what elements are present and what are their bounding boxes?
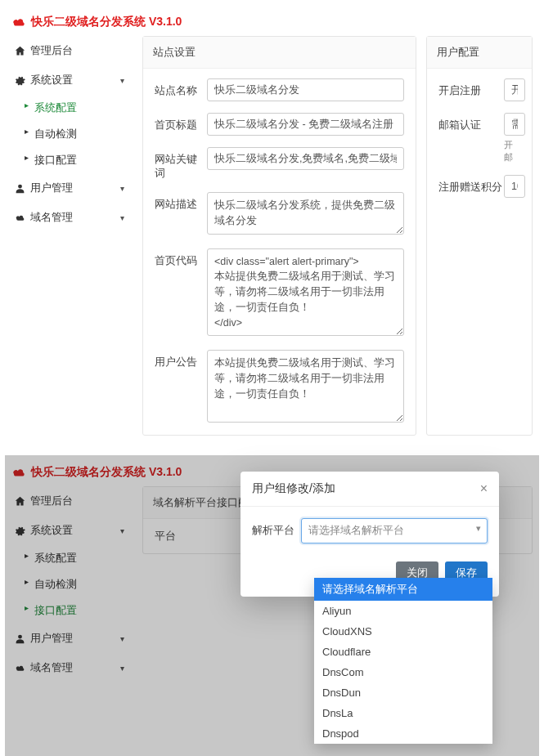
brand-title-2: 快乐二级域名分发系统 [31, 465, 146, 478]
home-icon [15, 46, 25, 56]
select-open-register[interactable] [504, 78, 525, 101]
label-open-register: 开启注册 [438, 78, 504, 98]
nav-domain-manage-2[interactable]: 域名管理 ▾ [11, 653, 133, 682]
dropdown-option[interactable]: Dnspod [314, 723, 492, 744]
modal-title: 用户组修改/添加 [252, 481, 335, 496]
cog-icon [15, 75, 25, 86]
user-icon [15, 183, 25, 194]
input-register-bonus[interactable] [504, 175, 525, 198]
chevron-down-icon: ▾ [120, 664, 124, 673]
nav-label-user-2: 用户管理 [30, 631, 73, 646]
dropdown-option[interactable]: DnsLa [314, 703, 492, 723]
brand-title: 快乐二级域名分发系统 [31, 15, 146, 28]
label-description: 网站描述 [155, 192, 207, 212]
panel-bottom-wrap: 快乐二级域名分发系统 V3.1.0 管理后台 系统设置 ▾ 系统配置 自动检测 … [5, 455, 539, 756]
nav-user-manage-2[interactable]: 用户管理 ▾ [11, 624, 133, 653]
dropdown-option[interactable]: CloudXNS [314, 621, 492, 642]
chevron-down-icon: ▾ [120, 184, 124, 193]
nav-user-manage[interactable]: 用户管理 ▾ [11, 173, 133, 203]
dropdown-option[interactable]: Cloudflare [314, 642, 492, 662]
select-resolver-platform[interactable]: 请选择域名解析平台 [301, 518, 488, 544]
sub-auto-detect[interactable]: 自动检测 [23, 121, 133, 147]
site-card-title: 站点设置 [143, 37, 416, 69]
nav-label-home: 管理后台 [30, 43, 73, 58]
sub-interface-config[interactable]: 接口配置 [23, 147, 133, 173]
input-home-title[interactable] [207, 113, 404, 136]
nav-system-sub: 系统配置 自动检测 接口配置 [11, 95, 133, 173]
content-area: 站点设置 站点名称 首页标题 网站关键词 [142, 36, 533, 436]
select-email-verify[interactable] [504, 113, 525, 136]
input-keywords[interactable] [207, 147, 404, 170]
input-site-name[interactable] [207, 78, 404, 101]
dropdown-option[interactable]: 请选择域名解析平台 [314, 578, 492, 601]
home-icon [15, 496, 25, 507]
close-icon[interactable]: × [480, 482, 488, 495]
sub-system-config-2[interactable]: 系统配置 [23, 545, 133, 571]
label-keywords: 网站关键词 [155, 147, 207, 181]
chevron-down-icon: ▾ [120, 634, 124, 643]
label-site-name: 站点名称 [155, 78, 207, 98]
cloud-icon [11, 467, 26, 477]
nav-label-system-2: 系统设置 [30, 523, 73, 538]
nav-system-settings[interactable]: 系统设置 ▾ [11, 65, 133, 95]
nav-admin-home-2[interactable]: 管理后台 [11, 486, 133, 516]
textarea-home-code[interactable]: <div class="alert alert-primary"> 本站提供免费… [207, 248, 404, 337]
sidebar-2: 管理后台 系统设置 ▾ 系统配置 自动检测 接口配置 用户管理 ▾ [11, 486, 133, 682]
sub-auto-detect-2[interactable]: 自动检测 [23, 571, 133, 597]
label-register-bonus: 注册赠送积分 [438, 175, 504, 195]
nav-admin-home[interactable]: 管理后台 [11, 36, 133, 65]
label-email-verify: 邮箱认证 [438, 113, 504, 132]
chevron-down-icon: ▾ [120, 76, 124, 85]
brand-version: V3.1.0 [149, 15, 182, 28]
dropdown-option[interactable]: Aliyun [314, 601, 492, 621]
chevron-down-icon: ▾ [120, 213, 124, 222]
resolver-dropdown[interactable]: 请选择域名解析平台 Aliyun CloudXNS Cloudflare Dns… [314, 578, 492, 744]
sub-interface-config-2[interactable]: 接口配置 [23, 597, 133, 624]
label-home-code: 首页代码 [155, 248, 207, 268]
nav-label-domain: 域名管理 [30, 210, 73, 225]
label-user-notice: 用户公告 [155, 350, 207, 369]
modal-field-label: 解析平台 [252, 518, 301, 538]
header: 快乐二级域名分发系统 V3.1.0 [5, 5, 539, 36]
nav-label-user: 用户管理 [30, 181, 73, 195]
user-config-card: 用户配置 开启注册 邮箱认证 开 邮 [426, 36, 533, 436]
nav-label-system: 系统设置 [30, 73, 73, 87]
textarea-user-notice[interactable]: 本站提供免费二级域名用于测试、学习等，请勿将二级域名用于一切非法用途，一切责任自… [207, 350, 404, 423]
user-card-title: 用户配置 [427, 37, 532, 69]
cloud-icon [11, 17, 26, 27]
sidebar: 管理后台 系统设置 ▾ 系统配置 自动检测 接口配置 用户管理 ▾ 域名管理 [11, 36, 133, 232]
panel-top: 快乐二级域名分发系统 V3.1.0 管理后台 系统设置 ▾ 系统配置 自动检测 … [5, 5, 539, 442]
dropdown-option[interactable]: DnsCom [314, 662, 492, 682]
brand: 快乐二级域名分发系统 V3.1.0 [11, 15, 533, 29]
cloud-icon [15, 663, 25, 673]
site-settings-card: 站点设置 站点名称 首页标题 网站关键词 [142, 36, 416, 436]
chevron-down-icon: ▾ [120, 526, 124, 535]
cog-icon [15, 526, 25, 536]
textarea-description[interactable]: 快乐二级域名分发系统，提供免费二级域名分发 [207, 192, 404, 235]
nav-domain-manage[interactable]: 域名管理 ▾ [11, 203, 133, 232]
label-home-title: 首页标题 [155, 113, 207, 132]
nav-label-domain-2: 域名管理 [30, 660, 73, 675]
user-icon [15, 633, 25, 644]
nav-label-home-2: 管理后台 [30, 494, 73, 508]
hint-email-verify: 开 邮 [504, 139, 525, 163]
dropdown-option[interactable]: DnsDun [314, 682, 492, 703]
cloud-icon [15, 212, 25, 223]
brand-version-2: V3.1.0 [149, 465, 182, 478]
sub-system-config[interactable]: 系统配置 [23, 95, 133, 121]
nav-system-settings-2[interactable]: 系统设置 ▾ [11, 516, 133, 545]
